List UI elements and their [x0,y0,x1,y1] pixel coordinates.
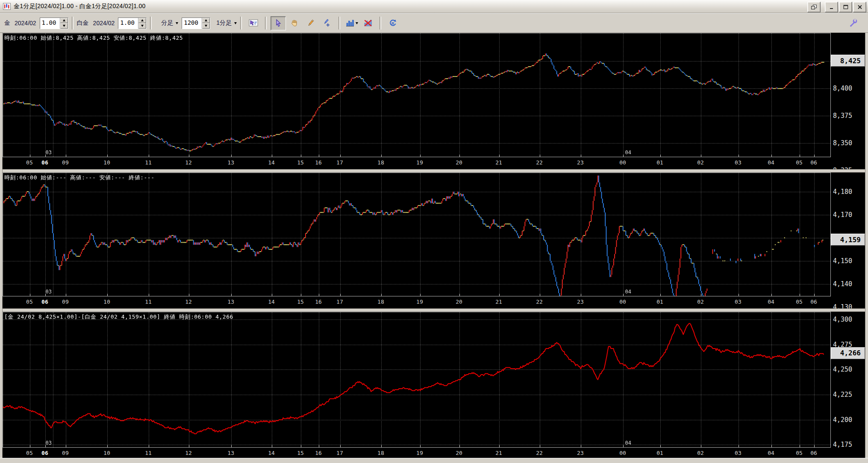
hour-label: 03 [735,450,741,456]
hour-label: 05 [26,299,33,305]
gold-platinum-spread-price-axis: 4,3004,2754,2504,2254,2004,1754,266 [831,312,865,458]
pan-tool-button[interactable] [287,16,302,30]
hour-label: 10 [103,299,110,305]
bar-type-dropdown[interactable]: 分足 [161,19,178,27]
hour-label: 05 [796,159,803,166]
cascade-button[interactable] [807,2,821,12]
hour-label: 02 [697,159,704,166]
hour-label: 10 [103,159,110,166]
bar-count-input[interactable]: 1200 [182,18,202,29]
minimize-button[interactable] [825,2,838,12]
spin-up-button[interactable] [202,18,210,23]
hour-label: 18 [377,450,384,456]
chevron-down-icon [356,22,358,24]
platinum-ratio-input[interactable]: 1.00 [118,18,138,29]
toolbar-separator [380,17,381,29]
hour-label: 02 [697,450,704,456]
hour-label: 14 [268,450,275,456]
platinum-ratio-spin-buttons [138,18,146,29]
hour-label: 20 [456,450,462,456]
current-price-box: 4,266 [831,347,865,359]
hour-label: 06 [41,299,48,305]
hour-label: 10 [103,450,110,456]
hour-label: 21 [495,450,502,456]
remove-chart-button[interactable] [360,16,376,30]
hour-label: 06 [810,450,817,456]
gold-platinum-spread-info-line: [金 24/02 8,425×1.00]-[白金 24/02 4,159×1.0… [4,313,233,321]
hour-label: 04 [768,450,774,456]
spin-down-button[interactable] [202,23,210,29]
select-tool-button[interactable] [271,16,286,30]
hour-label: 19 [416,450,423,456]
hour-label: 12 [185,159,192,166]
spin-up-button[interactable] [138,18,146,23]
hour-label: 20 [456,299,462,305]
pen-move-icon [322,19,332,27]
hour-label: 13 [227,299,234,305]
hour-label: 04 [768,299,774,305]
hour-label: 16 [315,299,322,305]
hour-label: 22 [536,299,543,305]
hand-icon [290,19,299,27]
cascade-icon [811,5,817,10]
hour-label: 09 [62,450,69,456]
price-tick-label: 8,400 [833,85,852,92]
gold-ratio-spin-buttons [60,18,68,29]
hour-label: 18 [377,159,384,166]
gold-platinum-spread-chart-canvas[interactable] [3,312,830,447]
platinum-1min-time-axis: 0506091011121314151617181920212223000102… [3,296,831,308]
hour-label: 03 [735,159,741,166]
hour-label: 00 [619,450,626,456]
draw-pencil-button[interactable] [303,16,318,30]
toolbar-separator [72,17,74,29]
hour-label: 22 [536,159,543,166]
hour-label: 23 [577,299,584,305]
hour-label: 03 [735,299,741,305]
window-titlebar[interactable]: 金1分足[2024/02]1.00 - 白金1分足[2024/02]1.00 [0,0,868,13]
gold-1min-price-axis: 8,4258,4008,3758,3508,3258,425 [831,33,865,169]
gold-1min-chart-canvas[interactable] [3,33,830,157]
close-button[interactable] [853,2,866,12]
price-tick-label: 4,300 [833,316,852,323]
gold-platinum-spread-plot [3,312,831,448]
current-price-box: 4,159 [831,234,865,246]
app-icon [3,3,11,10]
spin-up-button[interactable] [60,18,68,23]
gold-platinum-spread-time-axis: 0506091011121314151617181920212223000102… [3,448,831,458]
reload-button[interactable]: R [385,16,400,30]
current-price-label: 4,266 [840,349,861,357]
gold-platinum-spread-panel: [金 24/02 8,425×1.00]-[白金 24/02 4,159×1.0… [0,312,868,458]
hour-label: 14 [268,299,275,305]
spin-down-button[interactable] [138,23,146,29]
gold-ratio-input[interactable]: 1.00 [40,18,60,29]
price-tick-label: 4,200 [833,416,852,424]
chart-arrow-icon [249,19,258,27]
hour-label: 23 [577,159,584,166]
price-tick-label: 4,140 [833,280,852,288]
hour-label: 11 [145,299,152,305]
toolbar-separator [240,17,242,29]
spin-down-button[interactable] [60,23,68,29]
chart-type-button[interactable] [344,16,359,30]
hour-label: 01 [656,159,663,166]
hour-label: 01 [656,299,663,305]
maximize-icon [843,5,848,9]
annotate-pen-button[interactable] [319,16,335,30]
settings-wrench-button[interactable] [848,18,858,28]
price-tick-label: 4,130 [833,303,852,308]
triangle-down-icon [205,25,207,27]
price-tick-label: 4,180 [833,188,852,196]
hour-label: 17 [336,159,343,166]
price-tick-label: 4,175 [833,441,852,448]
platinum-1min-chart-canvas[interactable] [3,173,830,296]
hour-label: 18 [377,299,384,305]
hour-label: 17 [336,450,343,456]
hour-label: 12 [185,299,192,305]
interval-dropdown[interactable]: 1分足 [216,19,237,27]
hour-label: 12 [185,450,192,456]
maximize-button[interactable] [839,2,852,12]
platinum-1min-price-axis: 4,1804,1704,1604,1504,1404,1304,159 [831,173,865,308]
toolbar: 金 2024/02 1.00 白金 2024/02 1.00 分足 1200 1… [0,13,868,33]
window-frame-bottom [0,458,868,463]
chart-pointer-button[interactable] [246,16,261,30]
